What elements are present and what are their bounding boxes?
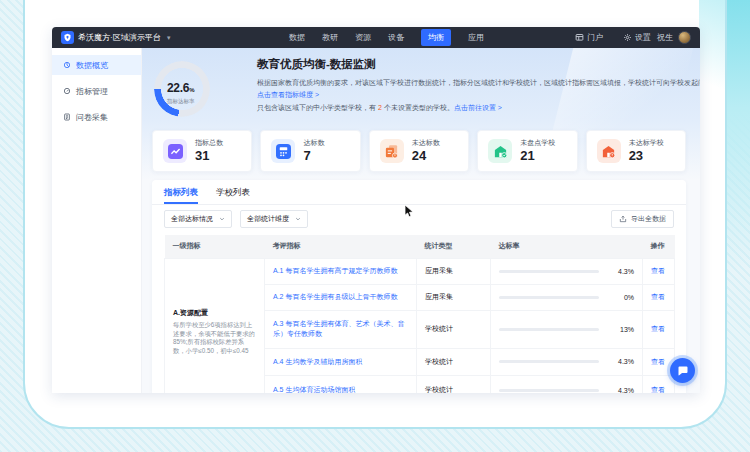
dimension-filter-value: 全部统计维度 <box>247 214 289 224</box>
data-panel: 指标列表 学校列表 全部达标情况 全部统计维度 导出全数据 <box>152 180 686 393</box>
group-note: 每所学校至少6项指标达到上述要求，余项不能低于要求的85%;所有指标校际差异系数… <box>173 321 256 355</box>
page: 希沃魔方·区域演示平台 ▼ 数据 教研 资源 设备 均衡 应用 门户 设置 <box>0 0 750 452</box>
rate-value: 0% <box>604 294 634 301</box>
gear-icon <box>623 33 632 42</box>
settings-button[interactable]: 设置 <box>623 32 651 43</box>
col-header-indicator: 考评指标 <box>265 235 417 258</box>
export-icon <box>619 215 627 223</box>
pie-chart-icon <box>63 61 71 69</box>
progress-track <box>499 270 599 273</box>
rate-cell: 4.3% <box>499 358 634 365</box>
rate-cell: 4.3% <box>499 268 634 275</box>
chat-fab-button[interactable] <box>670 358 695 383</box>
gauge-value: 22.6 <box>167 81 189 95</box>
page-description: 根据国家教育优质均衡的要求，对该区域下学校进行数据统计，指标分区域统计和学校统计… <box>257 78 697 88</box>
portal-button[interactable]: 门户 <box>575 32 603 43</box>
sidebar-item-label: 数据概览 <box>76 60 108 71</box>
indicator-link[interactable]: A.2 每百名学生拥有县级以上骨干教师数 <box>273 293 397 300</box>
avatar <box>678 31 691 44</box>
stat-value: 21 <box>520 149 555 163</box>
sidebar: 数据概览 指标管理 问卷采集 <box>52 48 142 393</box>
nav-item-resources[interactable]: 资源 <box>355 32 371 43</box>
compliance-filter-dropdown[interactable]: 全部达标情况 <box>164 210 232 228</box>
stat-card-total-indicators: 指标总数 31 <box>152 130 252 172</box>
deco-corner-gradient <box>699 0 725 120</box>
stat-value: 23 <box>629 149 664 163</box>
nav-item-balance[interactable]: 均衡 <box>421 29 451 46</box>
stat-type-cell: 学校统计 <box>417 348 491 375</box>
school-check-icon <box>488 139 512 163</box>
unset-school-count: 2 <box>376 104 384 111</box>
gauge-icon <box>63 87 71 95</box>
sidebar-item-data-overview[interactable]: 数据概览 <box>52 55 141 75</box>
nav-item-devices[interactable]: 设备 <box>388 32 404 43</box>
chevron-down-icon: ▼ <box>166 35 172 41</box>
view-link[interactable]: 查看 <box>651 386 665 393</box>
note-prefix: 只包含该区域下的中小学类型学校，有 <box>257 104 376 111</box>
gauge-unit: % <box>189 87 194 93</box>
navbar: 希沃魔方·区域演示平台 ▼ 数据 教研 资源 设备 均衡 应用 门户 设置 <box>52 27 700 48</box>
progress-track <box>499 389 599 392</box>
nav-item-data[interactable]: 数据 <box>289 32 305 43</box>
gauge-label: 指标达标率 <box>167 98 195 105</box>
export-label: 导出全数据 <box>631 214 666 224</box>
rate-value: 4.3% <box>604 358 634 365</box>
tab-school-list[interactable]: 学校列表 <box>216 180 250 204</box>
trend-chart-icon <box>163 139 187 163</box>
stat-value: 24 <box>412 149 440 163</box>
table-wrapper: 一级指标 考评指标 统计类型 达标率 操作 A.资源配置 <box>152 235 686 393</box>
rate-cell: 4.3% <box>499 387 634 394</box>
view-link[interactable]: 查看 <box>651 325 665 332</box>
export-all-button[interactable]: 导出全数据 <box>611 210 674 228</box>
indicator-link[interactable]: A.5 生均体育运动场馆面积 <box>273 386 355 393</box>
stat-label: 达标数 <box>303 139 324 147</box>
stat-card-uninventoried-schools: 未盘点学校 21 <box>477 130 577 172</box>
stat-value: 7 <box>303 149 324 163</box>
col-header-level1: 一级指标 <box>165 235 265 258</box>
rate-cell: 0% <box>499 294 634 301</box>
portal-icon <box>575 33 584 42</box>
progress-track <box>499 360 599 363</box>
indicator-link[interactable]: A.1 每百名学生拥有高于规定学历教师数 <box>273 267 397 274</box>
school-warning-icon <box>597 139 621 163</box>
stat-label: 指标总数 <box>195 139 223 147</box>
seewo-logo-icon <box>61 31 74 44</box>
stat-type-cell: 应用采集 <box>417 258 491 284</box>
brand-switcher[interactable]: 希沃魔方·区域演示平台 ▼ <box>61 31 172 44</box>
rate-value: 13% <box>604 326 634 333</box>
sidebar-item-label: 问卷采集 <box>76 112 108 123</box>
tab-indicator-list[interactable]: 指标列表 <box>164 180 198 204</box>
calculator-icon <box>271 139 295 163</box>
note-suffix: 个未设置类型的学校。 <box>384 104 454 111</box>
stat-type-cell: 应用采集 <box>417 284 491 310</box>
rate-value: 4.3% <box>604 387 634 394</box>
indicator-link[interactable]: A.3 每百名学生拥有体育、艺术（美术、音乐）专任教师数 <box>273 320 404 337</box>
stat-card-noncompliant: 未达标数 24 <box>369 130 469 172</box>
scope-note: 只包含该区域下的中小学类型学校，有2个未设置类型的学校。点击前往设置 > <box>257 103 502 113</box>
col-header-rate: 达标率 <box>491 235 643 258</box>
settings-label: 设置 <box>635 32 651 43</box>
compliance-filter-value: 全部达标情况 <box>171 214 213 224</box>
view-link[interactable]: 查看 <box>651 267 665 274</box>
view-link[interactable]: 查看 <box>651 358 665 365</box>
stat-label: 未盘点学校 <box>520 139 555 147</box>
sidebar-item-indicator-management[interactable]: 指标管理 <box>52 81 141 101</box>
view-link[interactable]: 查看 <box>651 293 665 300</box>
indicator-link[interactable]: A.4 生均教学及辅助用房面积 <box>273 358 362 365</box>
banner-decoration <box>551 48 693 138</box>
user-menu[interactable]: 祝生 <box>657 31 691 44</box>
indicator-table: 一级指标 考评指标 统计类型 达标率 操作 A.资源配置 <box>164 235 675 393</box>
progress-track <box>499 328 599 331</box>
stat-type-cell: 学校统计 <box>417 310 491 348</box>
stat-card-compliant: 达标数 7 <box>260 130 360 172</box>
nav-item-research[interactable]: 教研 <box>322 32 338 43</box>
dimension-filter-dropdown[interactable]: 全部统计维度 <box>240 210 308 228</box>
survey-form-icon <box>63 113 71 121</box>
progress-track <box>499 296 599 299</box>
sidebar-item-survey-collection[interactable]: 问卷采集 <box>52 107 141 127</box>
go-to-settings-link[interactable]: 点击前往设置 > <box>454 104 502 111</box>
nav-item-apps[interactable]: 应用 <box>468 32 484 43</box>
view-dimensions-link[interactable]: 点击查看指标维度 > <box>257 90 319 100</box>
tab-bar: 指标列表 学校列表 <box>152 180 686 205</box>
group-cell: A.资源配置 每所学校至少6项指标达到上述要求，余项不能低于要求的85%;所有指… <box>165 258 265 393</box>
